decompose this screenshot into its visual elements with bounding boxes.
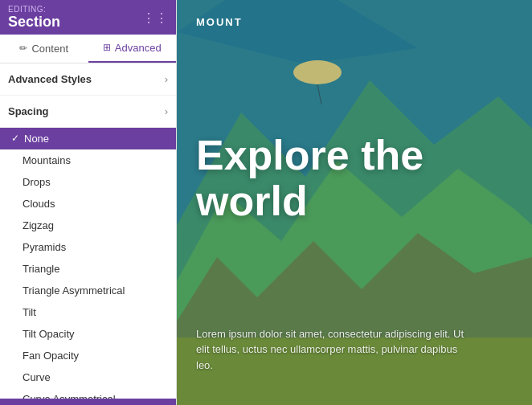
dropdown-item-fan-opacity[interactable]: Fan Opacity — [0, 345, 176, 366]
content-tab-icon: ✏ — [19, 43, 27, 54]
dropdown-item-label: Clouds — [23, 198, 55, 210]
dropdown-item-label: Tilt — [23, 306, 36, 318]
grid-dots-icon[interactable]: ⋮⋮ — [142, 10, 168, 26]
spacing-label: Spacing — [8, 105, 49, 117]
dropdown-item-label: Curve — [23, 371, 51, 383]
dropdown-item-clouds[interactable]: Clouds — [0, 193, 176, 215]
dropdown-item-drops[interactable]: Drops — [0, 171, 176, 193]
panel-header-left: EDITING: Section — [8, 5, 60, 31]
dropdown-item-label: Triangle Asymmetrical — [23, 284, 125, 297]
dropdown-item-label: Drops — [23, 176, 51, 188]
right-content: MOUNT Explore the world Lorem ipsum dolo… — [177, 0, 532, 405]
tab-content-label: Content — [31, 43, 68, 55]
dropdown-item-mountains[interactable]: Mountains — [0, 149, 176, 171]
tab-advanced-label: Advanced — [115, 42, 162, 54]
dropdown-item-triangle[interactable]: Triangle — [0, 258, 176, 280]
tab-advanced[interactable]: ⊞ Advanced — [88, 35, 177, 63]
content-overlay: MOUNT Explore the world Lorem ipsum dolo… — [177, 0, 532, 405]
dropdown-item-triangle-asym[interactable]: Triangle Asymmetrical — [0, 280, 176, 301]
dropdown-item-pyramids[interactable]: Pyramids — [0, 236, 176, 258]
spacing-chevron: › — [165, 105, 168, 117]
section-title: Section — [8, 14, 60, 31]
advanced-styles-label: Advanced Styles — [8, 73, 92, 85]
panel-tabs: ✏ Content ⊞ Advanced — [0, 35, 176, 63]
body-text: Lorem ipsum dolor sit amet, consectetur … — [196, 326, 469, 390]
headline-line1: Explore the — [196, 133, 513, 178]
tab-content[interactable]: ✏ Content — [0, 35, 88, 63]
dropdown-item-tilt[interactable]: Tilt — [0, 301, 176, 323]
spacing-row[interactable]: Spacing › — [0, 96, 176, 128]
editing-label: EDITING: — [8, 5, 60, 14]
dropdown-item-label: Fan Opacity — [23, 350, 79, 362]
dropdown-item-none[interactable]: ✓None — [0, 128, 176, 149]
dropdown-item-label: Curve Asymmetrical — [23, 393, 116, 399]
left-panel: EDITING: Section ⋮⋮ ✏ Content ⊞ Advanced… — [0, 0, 177, 405]
hero-headline: Explore the world — [196, 44, 513, 313]
headline-line2: world — [196, 178, 513, 224]
advanced-styles-row[interactable]: Advanced Styles › — [0, 63, 176, 96]
bottom-bar — [0, 399, 176, 405]
dropdown-item-label: Zigzag — [23, 219, 54, 231]
advanced-tab-icon: ⊞ — [103, 42, 111, 53]
dropdown-item-zigzag[interactable]: Zigzag — [0, 215, 176, 236]
check-icon: ✓ — [11, 133, 19, 144]
advanced-styles-chevron: › — [165, 73, 168, 85]
dropdown-item-curve-asym[interactable]: Curve Asymmetrical — [0, 388, 176, 399]
dropdown-item-label: None — [24, 133, 49, 145]
dropdown-item-tilt-opacity[interactable]: Tilt Opacity — [0, 323, 176, 345]
dropdown-item-label: Triangle — [23, 263, 59, 275]
dropdown-item-label: Mountains — [23, 154, 71, 166]
dropdown-item-label: Tilt Opacity — [23, 328, 75, 340]
shape-dropdown-list: ✓NoneMountainsDropsCloudsZigzagPyramidsT… — [0, 128, 176, 399]
dropdown-item-curve[interactable]: Curve — [0, 366, 176, 388]
dropdown-item-label: Pyramids — [23, 241, 66, 253]
panel-header: EDITING: Section ⋮⋮ — [0, 0, 176, 35]
mount-label: MOUNT — [196, 16, 513, 28]
